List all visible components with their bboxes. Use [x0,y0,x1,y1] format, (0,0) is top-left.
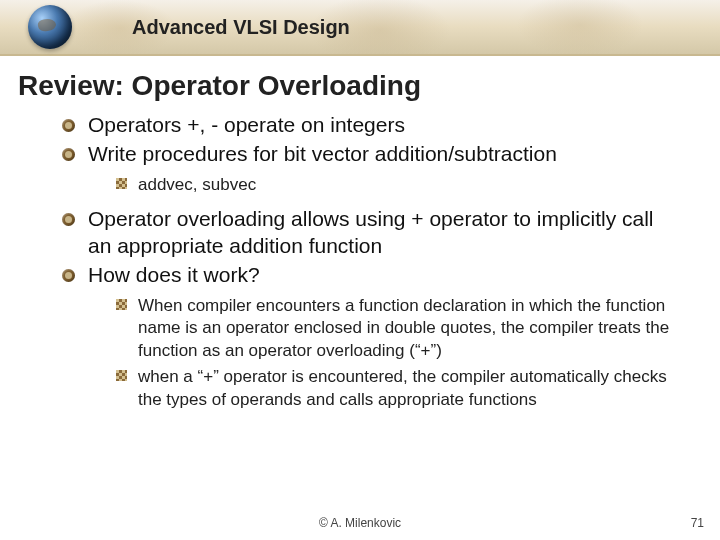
header-banner: Advanced VLSI Design [0,0,720,56]
bullet-lvl1: Operator overloading allows using + oper… [62,206,680,260]
bullet-lvl1: How does it work? When compiler encounte… [62,262,680,411]
bullet-lvl1: Write procedures for bit vector addition… [62,141,680,196]
bullet-lvl2: when a “+” operator is encountered, the … [116,366,680,411]
bullet-lvl2: addvec, subvec [116,174,680,196]
bullet-text: How does it work? [88,263,260,286]
bullet-text: Write procedures for bit vector addition… [88,142,557,165]
course-title: Advanced VLSI Design [132,16,350,39]
page-number: 71 [691,516,704,530]
bullet-lvl2: When compiler encounters a function decl… [116,295,680,362]
slide-title: Review: Operator Overloading [18,70,720,102]
bullet-lvl1: Operators +, - operate on integers [62,112,680,139]
globe-icon [28,5,72,49]
slide-content: Operators +, - operate on integers Write… [0,112,720,411]
footer-copyright: © A. Milenkovic [0,516,720,530]
